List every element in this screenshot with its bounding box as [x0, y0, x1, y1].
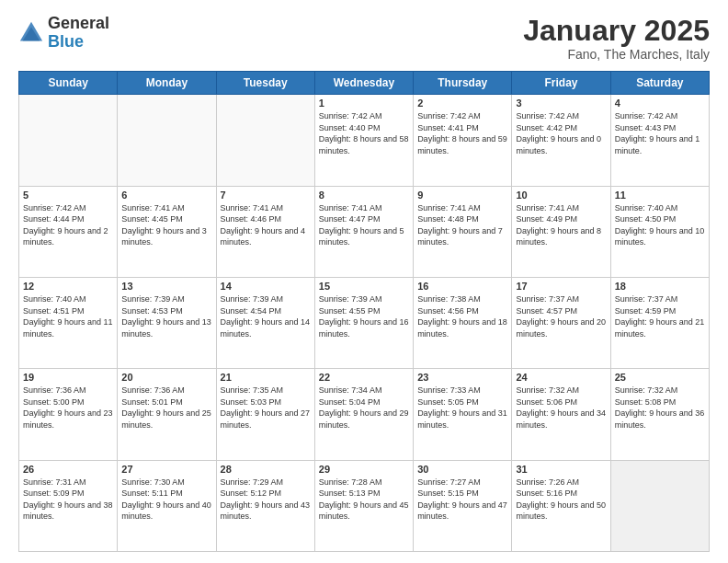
location: Fano, The Marches, Italy — [523, 47, 710, 62]
day-number: 1 — [319, 98, 409, 109]
day-info: Sunrise: 7:39 AM Sunset: 4:55 PM Dayligh… — [319, 293, 409, 339]
table-row: 22Sunrise: 7:34 AM Sunset: 5:04 PM Dayli… — [314, 369, 413, 460]
calendar-week-row: 1Sunrise: 7:42 AM Sunset: 4:40 PM Daylig… — [19, 95, 710, 186]
table-row — [19, 95, 118, 186]
day-number: 7 — [221, 190, 311, 201]
calendar-week-row: 26Sunrise: 7:31 AM Sunset: 5:09 PM Dayli… — [19, 460, 710, 551]
day-number: 23 — [417, 372, 507, 383]
table-row: 19Sunrise: 7:36 AM Sunset: 5:00 PM Dayli… — [19, 369, 118, 460]
day-info: Sunrise: 7:40 AM Sunset: 4:50 PM Dayligh… — [615, 202, 705, 248]
table-row: 1Sunrise: 7:42 AM Sunset: 4:40 PM Daylig… — [314, 95, 413, 186]
day-number: 30 — [417, 464, 507, 475]
table-row: 18Sunrise: 7:37 AM Sunset: 4:59 PM Dayli… — [610, 277, 709, 368]
day-info: Sunrise: 7:34 AM Sunset: 5:04 PM Dayligh… — [319, 385, 409, 431]
table-row — [610, 460, 709, 551]
logo-general-text: General — [48, 14, 109, 32]
table-row: 4Sunrise: 7:42 AM Sunset: 4:43 PM Daylig… — [610, 95, 709, 186]
table-row: 14Sunrise: 7:39 AM Sunset: 4:54 PM Dayli… — [216, 277, 314, 368]
day-number: 5 — [23, 190, 113, 201]
table-row: 23Sunrise: 7:33 AM Sunset: 5:05 PM Dayli… — [414, 369, 512, 460]
day-number: 29 — [319, 464, 409, 475]
day-info: Sunrise: 7:26 AM Sunset: 5:16 PM Dayligh… — [516, 477, 606, 523]
title-block: January 2025 Fano, The Marches, Italy — [523, 15, 710, 62]
day-number: 10 — [516, 190, 606, 201]
day-info: Sunrise: 7:41 AM Sunset: 4:49 PM Dayligh… — [516, 202, 606, 248]
day-number: 22 — [319, 372, 409, 383]
table-row: 16Sunrise: 7:38 AM Sunset: 4:56 PM Dayli… — [414, 277, 512, 368]
table-row — [216, 95, 314, 186]
header: General Blue January 2025 Fano, The Marc… — [18, 15, 710, 62]
day-info: Sunrise: 7:41 AM Sunset: 4:47 PM Dayligh… — [319, 202, 409, 248]
day-number: 26 — [23, 464, 113, 475]
day-info: Sunrise: 7:27 AM Sunset: 5:15 PM Dayligh… — [417, 477, 507, 523]
day-info: Sunrise: 7:36 AM Sunset: 5:00 PM Dayligh… — [23, 385, 113, 431]
logo-blue-text: Blue — [48, 32, 84, 51]
table-row: 15Sunrise: 7:39 AM Sunset: 4:55 PM Dayli… — [314, 277, 413, 368]
day-number: 21 — [221, 372, 311, 383]
col-thursday: Thursday — [414, 72, 512, 95]
table-row: 9Sunrise: 7:41 AM Sunset: 4:48 PM Daylig… — [414, 186, 512, 277]
table-row: 5Sunrise: 7:42 AM Sunset: 4:44 PM Daylig… — [19, 186, 118, 277]
day-number: 2 — [417, 98, 507, 109]
day-info: Sunrise: 7:29 AM Sunset: 5:12 PM Dayligh… — [221, 477, 311, 523]
day-number: 28 — [221, 464, 311, 475]
table-row: 21Sunrise: 7:35 AM Sunset: 5:03 PM Dayli… — [216, 369, 314, 460]
day-number: 3 — [516, 98, 606, 109]
day-number: 13 — [121, 281, 211, 292]
table-row: 24Sunrise: 7:32 AM Sunset: 5:06 PM Dayli… — [512, 369, 610, 460]
day-info: Sunrise: 7:33 AM Sunset: 5:05 PM Dayligh… — [417, 385, 507, 431]
logo-text: General Blue — [48, 15, 109, 52]
day-info: Sunrise: 7:41 AM Sunset: 4:45 PM Dayligh… — [121, 202, 211, 248]
col-wednesday: Wednesday — [314, 72, 413, 95]
day-number: 25 — [615, 372, 705, 383]
day-number: 14 — [221, 281, 311, 292]
day-number: 17 — [516, 281, 606, 292]
day-number: 20 — [121, 372, 211, 383]
col-sunday: Sunday — [19, 72, 118, 95]
day-number: 27 — [121, 464, 211, 475]
page: General Blue January 2025 Fano, The Marc… — [0, 0, 728, 563]
day-info: Sunrise: 7:37 AM Sunset: 4:59 PM Dayligh… — [615, 293, 705, 339]
day-info: Sunrise: 7:37 AM Sunset: 4:57 PM Dayligh… — [516, 293, 606, 339]
table-row: 13Sunrise: 7:39 AM Sunset: 4:53 PM Dayli… — [118, 277, 216, 368]
calendar-table: Sunday Monday Tuesday Wednesday Thursday… — [18, 71, 710, 552]
table-row: 2Sunrise: 7:42 AM Sunset: 4:41 PM Daylig… — [414, 95, 512, 186]
day-number: 31 — [516, 464, 606, 475]
day-info: Sunrise: 7:30 AM Sunset: 5:11 PM Dayligh… — [121, 477, 211, 523]
day-info: Sunrise: 7:28 AM Sunset: 5:13 PM Dayligh… — [319, 477, 409, 523]
day-info: Sunrise: 7:39 AM Sunset: 4:54 PM Dayligh… — [221, 293, 311, 339]
day-info: Sunrise: 7:41 AM Sunset: 4:48 PM Dayligh… — [417, 202, 507, 248]
day-info: Sunrise: 7:40 AM Sunset: 4:51 PM Dayligh… — [23, 293, 113, 339]
day-info: Sunrise: 7:39 AM Sunset: 4:53 PM Dayligh… — [121, 293, 211, 339]
day-info: Sunrise: 7:42 AM Sunset: 4:44 PM Dayligh… — [23, 202, 113, 248]
day-number: 6 — [121, 190, 211, 201]
day-number: 11 — [615, 190, 705, 201]
calendar-week-row: 12Sunrise: 7:40 AM Sunset: 4:51 PM Dayli… — [19, 277, 710, 368]
calendar-week-row: 19Sunrise: 7:36 AM Sunset: 5:00 PM Dayli… — [19, 369, 710, 460]
day-info: Sunrise: 7:38 AM Sunset: 4:56 PM Dayligh… — [417, 293, 507, 339]
calendar-week-row: 5Sunrise: 7:42 AM Sunset: 4:44 PM Daylig… — [19, 186, 710, 277]
month-title: January 2025 — [523, 15, 710, 47]
col-saturday: Saturday — [610, 72, 709, 95]
calendar-header-row: Sunday Monday Tuesday Wednesday Thursday… — [19, 72, 710, 95]
day-info: Sunrise: 7:42 AM Sunset: 4:42 PM Dayligh… — [516, 110, 606, 156]
day-number: 16 — [417, 281, 507, 292]
table-row: 17Sunrise: 7:37 AM Sunset: 4:57 PM Dayli… — [512, 277, 610, 368]
day-number: 24 — [516, 372, 606, 383]
table-row: 28Sunrise: 7:29 AM Sunset: 5:12 PM Dayli… — [216, 460, 314, 551]
day-number: 15 — [319, 281, 409, 292]
day-info: Sunrise: 7:42 AM Sunset: 4:41 PM Dayligh… — [417, 110, 507, 156]
day-info: Sunrise: 7:42 AM Sunset: 4:43 PM Dayligh… — [615, 110, 705, 156]
col-monday: Monday — [118, 72, 216, 95]
table-row: 10Sunrise: 7:41 AM Sunset: 4:49 PM Dayli… — [512, 186, 610, 277]
table-row: 30Sunrise: 7:27 AM Sunset: 5:15 PM Dayli… — [414, 460, 512, 551]
day-number: 12 — [23, 281, 113, 292]
table-row: 11Sunrise: 7:40 AM Sunset: 4:50 PM Dayli… — [610, 186, 709, 277]
table-row: 8Sunrise: 7:41 AM Sunset: 4:47 PM Daylig… — [314, 186, 413, 277]
day-number: 8 — [319, 190, 409, 201]
col-tuesday: Tuesday — [216, 72, 314, 95]
table-row: 6Sunrise: 7:41 AM Sunset: 4:45 PM Daylig… — [118, 186, 216, 277]
day-number: 18 — [615, 281, 705, 292]
col-friday: Friday — [512, 72, 610, 95]
table-row: 31Sunrise: 7:26 AM Sunset: 5:16 PM Dayli… — [512, 460, 610, 551]
